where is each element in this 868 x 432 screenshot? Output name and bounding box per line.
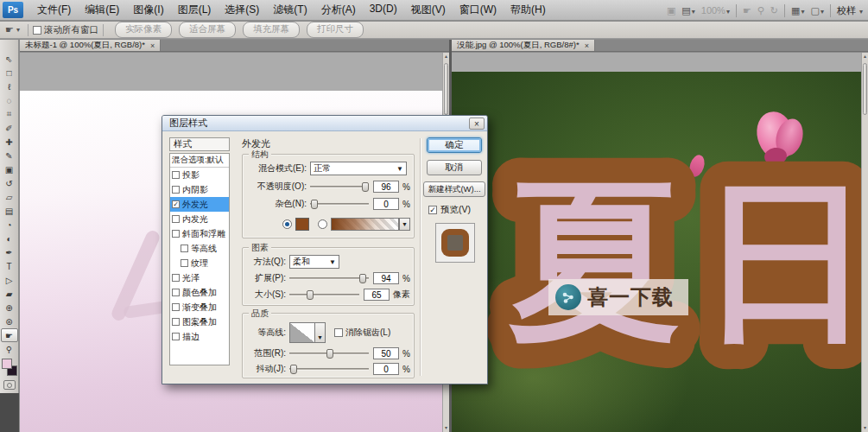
style-item-checkbox[interactable]	[172, 303, 180, 311]
3d-rotate-tool[interactable]: ⊕	[1, 301, 18, 314]
rotate-view-icon[interactable]: ↻	[770, 5, 778, 16]
color-radio[interactable]	[282, 219, 292, 229]
menu-item-9[interactable]: 窗口(W)	[453, 3, 504, 17]
new-style-button[interactable]: 新建样式(W)...	[423, 181, 485, 197]
foreground-color-swatch[interactable]	[2, 359, 12, 369]
style-item-7[interactable]: 光泽	[170, 270, 229, 285]
menu-item-6[interactable]: 分析(A)	[314, 3, 363, 17]
style-item-11[interactable]: 描边	[170, 329, 229, 344]
noise-slider[interactable]	[310, 199, 369, 209]
move-tool[interactable]: ⇖	[1, 52, 18, 66]
menu-item-4[interactable]: 选择(S)	[218, 3, 266, 17]
print-size-button[interactable]: 打印尺寸	[307, 22, 364, 38]
zoom-tool-icon[interactable]: ⚲	[757, 5, 764, 16]
style-item-checkbox[interactable]	[172, 215, 180, 223]
style-item-checkbox[interactable]	[181, 245, 188, 252]
hand-tool[interactable]: ☛	[1, 328, 18, 342]
style-item-checkbox[interactable]	[181, 259, 188, 267]
launch-bridge-icon[interactable]: ▣	[667, 5, 675, 16]
dialog-close-button[interactable]: ×	[469, 118, 485, 130]
lasso-tool[interactable]: ℓ	[1, 79, 18, 93]
menu-item-0[interactable]: 文件(F)	[30, 3, 78, 17]
cancel-button[interactable]: 取消	[427, 160, 482, 175]
pen-tool[interactable]: ✒	[1, 245, 18, 259]
style-item-10[interactable]: 图案叠加	[170, 314, 229, 329]
marquee-tool[interactable]: □	[1, 66, 18, 79]
actual-pixels-button[interactable]: 实际像素	[115, 22, 172, 38]
opacity-input[interactable]	[373, 181, 399, 193]
gradient-preview-bar[interactable]	[331, 218, 399, 231]
right-vertical-scrollbar[interactable]: ▴▾	[861, 53, 868, 432]
contour-picker-arrow[interactable]: ▼	[315, 322, 326, 343]
noise-input[interactable]	[373, 198, 399, 210]
photo-canvas[interactable]: 夏日 夏日 喜一下载	[452, 72, 861, 432]
size-slider[interactable]	[289, 289, 359, 300]
spot-healing-tool[interactable]: ✚	[1, 135, 18, 149]
tab-untitled-document[interactable]: 未标题-1 @ 100%(夏日, RGB/8)* ×	[20, 40, 161, 51]
style-item-4[interactable]: 斜面和浮雕	[170, 226, 229, 241]
jitter-slider[interactable]	[289, 364, 369, 374]
style-item-9[interactable]: 渐变叠加	[170, 300, 229, 314]
path-selection-tool[interactable]: ▷	[1, 273, 18, 287]
style-item-5[interactable]: 等高线	[170, 241, 229, 256]
menu-item-2[interactable]: 图像(I)	[126, 3, 170, 17]
menu-item-7[interactable]: 3D(D)	[363, 3, 404, 17]
style-item-2[interactable]: ✓外发光	[170, 197, 229, 212]
style-item-checkbox[interactable]	[172, 318, 180, 326]
menu-item-5[interactable]: 滤镜(T)	[266, 3, 314, 17]
style-item-6[interactable]: 纹理	[170, 256, 229, 270]
style-item-checkbox[interactable]	[172, 289, 180, 296]
fit-screen-button[interactable]: 适合屏幕	[179, 22, 236, 38]
antialias-checkbox[interactable]	[334, 328, 343, 337]
blending-options-default[interactable]: 混合选项:默认	[170, 154, 229, 168]
scroll-all-windows-checkbox[interactable]	[33, 26, 41, 35]
clone-stamp-tool[interactable]: ▣	[1, 162, 18, 176]
eraser-tool[interactable]: ▱	[1, 190, 18, 204]
gradient-picker-arrow[interactable]: ▼	[399, 218, 410, 231]
style-item-8[interactable]: 颜色叠加	[170, 285, 229, 300]
range-slider[interactable]	[289, 348, 369, 359]
crop-tool[interactable]: ⌗	[1, 107, 18, 121]
tab-summer-image[interactable]: 没能.jpg @ 100%(夏日, RGB/8#)* ×	[452, 40, 595, 51]
opacity-slider[interactable]	[310, 181, 369, 192]
range-input[interactable]	[373, 347, 399, 359]
screen-mode-button[interactable]: ▢▾	[811, 5, 824, 16]
size-input[interactable]	[364, 289, 390, 301]
jitter-input[interactable]	[373, 363, 399, 375]
spread-input[interactable]	[373, 272, 399, 284]
contour-thumbnail[interactable]	[289, 322, 315, 343]
style-item-3[interactable]: 内发光	[170, 212, 229, 226]
style-item-checkbox[interactable]: ✓	[172, 200, 180, 208]
shape-tool[interactable]: ▰	[1, 287, 18, 301]
gradient-radio[interactable]	[318, 219, 327, 229]
menu-item-10[interactable]: 帮助(H)	[504, 3, 553, 17]
current-tool-button[interactable]: ☛▾	[5, 24, 20, 35]
spread-slider[interactable]	[289, 273, 369, 283]
style-item-checkbox[interactable]	[172, 230, 180, 238]
style-item-checkbox[interactable]	[172, 171, 180, 179]
style-item-1[interactable]: 内阴影	[170, 182, 229, 197]
workspace-switcher[interactable]: 校样 ▾	[837, 4, 863, 17]
close-tab-icon[interactable]: ×	[150, 41, 155, 50]
style-item-checkbox[interactable]	[172, 186, 180, 194]
quick-mask-button[interactable]	[3, 380, 16, 390]
glow-color-swatch[interactable]	[295, 218, 309, 231]
3d-orbit-tool[interactable]: ⊛	[1, 314, 18, 328]
zoom-tool[interactable]: ⚲	[1, 342, 18, 356]
technique-dropdown[interactable]: 柔和▼	[289, 255, 339, 269]
style-item-checkbox[interactable]	[172, 333, 180, 340]
preview-checkbox[interactable]: ✓	[428, 206, 437, 214]
view-extras-button[interactable]: ▤▾	[681, 5, 694, 16]
menu-item-3[interactable]: 图层(L)	[171, 3, 219, 17]
dialog-title-bar[interactable]: 图层样式 ×	[162, 116, 487, 131]
brush-tool[interactable]: ✎	[1, 149, 18, 162]
quick-selection-tool[interactable]: ◌	[1, 93, 18, 107]
close-tab-icon[interactable]: ×	[585, 41, 589, 50]
menu-item-1[interactable]: 编辑(E)	[78, 3, 126, 17]
eyedropper-tool[interactable]: ✐	[1, 121, 18, 135]
zoom-level-display[interactable]: 100%▾	[701, 5, 730, 16]
dodge-tool[interactable]: ◐	[1, 232, 18, 245]
style-item-0[interactable]: 投影	[170, 168, 229, 182]
ok-button[interactable]: 确定	[427, 137, 482, 153]
blur-tool[interactable]: ◔	[1, 218, 18, 232]
